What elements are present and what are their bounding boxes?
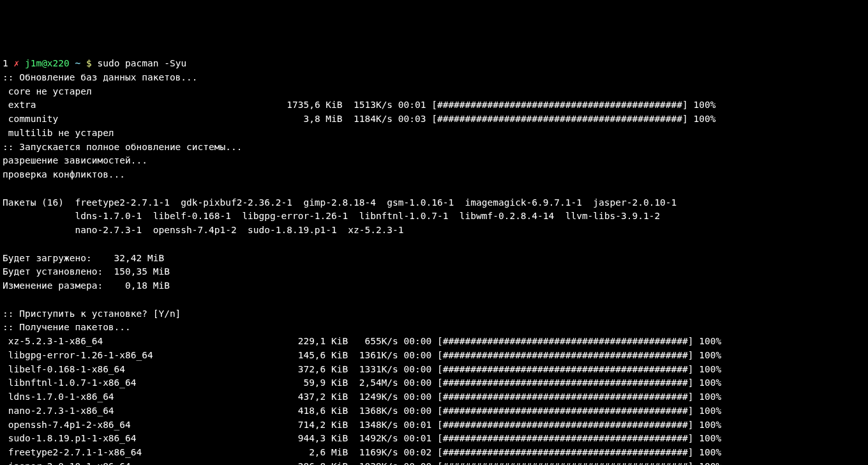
retrieving-msg: :: Получение пакетов... — [3, 322, 131, 332]
line-extra: extra 1735,6 KiB 1513K/s 00:01 [########… — [3, 98, 865, 112]
conflicts-msg: проверка конфликтов... — [3, 169, 125, 179]
download-name: jasper-2.0.10-1-x86_64 — [3, 461, 131, 465]
download-progress: 286,8 KiB 1039K/s 00:00 [###############… — [131, 461, 721, 465]
status-x-icon: ✗ — [13, 58, 24, 68]
download-progress: 2,6 MiB 1169K/s 00:02 [#################… — [142, 447, 721, 457]
packages-line-2: ldns-1.7.0-1 libelf-0.168-1 libgpg-error… — [3, 211, 660, 221]
download-row: freetype2-2.7.1-1-x86_64 2,6 MiB 1169K/s… — [3, 446, 865, 460]
user-host: j1m@x220 — [25, 58, 75, 68]
download-name: libelf-0.168-1-x86_64 — [3, 364, 125, 374]
cwd: ~ — [75, 58, 86, 68]
packages-1: Пакеты (16) freetype2-2.7.1-1 gdk-pixbuf… — [3, 196, 865, 210]
line-core: core не устарел — [3, 85, 865, 99]
db-update-msg: :: Обновление баз данных пакетов... — [3, 72, 198, 82]
line-retrieving: :: Получение пакетов... — [3, 321, 865, 335]
line-full-upgrade: :: Запускается полное обновление системы… — [3, 141, 865, 155]
download-row: libgpg-error-1.26-1-x86_64 145,6 KiB 136… — [3, 349, 865, 363]
command-text[interactable]: sudo pacman -Syu — [97, 58, 186, 68]
proceed-prompt[interactable]: :: Приступить к установке? [Y/n] — [3, 309, 186, 319]
extra-name: extra — [3, 100, 36, 110]
download-name: xz-5.2.3-1-x86_64 — [3, 336, 103, 346]
download-progress: 437,2 KiB 1249K/s 00:00 [###############… — [114, 392, 722, 402]
download-name: openssh-7.4p1-2-x86_64 — [3, 420, 131, 430]
blank — [3, 294, 8, 305]
line-download-size: Будет загружено: 32,42 MiB — [3, 252, 865, 266]
download-progress: 418,6 KiB 1368K/s 00:00 [###############… — [114, 406, 722, 416]
blank-line — [3, 182, 865, 196]
download-row: ldns-1.7.0-1-x86_64 437,2 KiB 1249K/s 00… — [3, 390, 865, 404]
community-progress: 3,8 MiB 1184K/s 00:03 [#################… — [58, 114, 715, 124]
download-row: xz-5.2.3-1-x86_64 229,1 KiB 655K/s 00:00… — [3, 335, 865, 349]
full-upgrade-msg: :: Запускается полное обновление системы… — [3, 142, 242, 152]
download-row: openssh-7.4p1-2-x86_64 714,2 KiB 1348K/s… — [3, 418, 865, 432]
download-size: Будет загружено: 32,42 MiB — [3, 253, 164, 263]
download-name: sudo-1.8.19.p1-1-x86_64 — [3, 433, 137, 443]
line-db-update: :: Обновление баз данных пакетов... — [3, 71, 865, 85]
core-msg: core не устарел — [3, 86, 92, 96]
community-name: community — [3, 114, 58, 124]
download-name: freetype2-2.7.1-1-x86_64 — [3, 447, 142, 457]
line-conflicts: проверка конфликтов... — [3, 168, 865, 182]
download-name: libnftnl-1.0.7-1-x86_64 — [3, 377, 137, 388]
download-name: ldns-1.7.0-1-x86_64 — [3, 392, 114, 402]
download-row: sudo-1.8.19.p1-1-x86_64 944,3 KiB 1492K/… — [3, 432, 865, 446]
line-multilib: multilib не устарел — [3, 126, 865, 141]
packages-line-1: Пакеты (16) freetype2-2.7.1-1 gdk-pixbuf… — [3, 197, 677, 208]
download-row: jasper-2.0.10-1-x86_64 286,8 KiB 1039K/s… — [3, 460, 865, 465]
download-progress: 145,6 KiB 1361K/s 00:00 [###############… — [153, 350, 721, 360]
download-progress: 944,3 KiB 1492K/s 00:01 [###############… — [137, 433, 722, 443]
download-name: nano-2.7.3-1-x86_64 — [3, 406, 114, 416]
line-netchange-size: Изменение размера: 0,18 MiB — [3, 279, 865, 293]
blank-line-2 — [3, 238, 865, 252]
download-progress: 372,6 KiB 1331K/s 00:00 [###############… — [125, 364, 721, 374]
blank — [3, 183, 8, 194]
netchange-size: Изменение размера: 0,18 MiB — [3, 280, 170, 291]
blank-line-3 — [3, 293, 865, 307]
prompt-symbol: $ — [86, 58, 97, 68]
installed-size: Будет установлено: 150,35 MiB — [3, 266, 170, 277]
extra-progress: 1735,6 KiB 1513K/s 00:01 [##############… — [36, 100, 715, 110]
line-community: community 3,8 MiB 1184K/s 00:03 [#######… — [3, 112, 865, 126]
download-progress: 229,1 KiB 655K/s 00:00 [################… — [103, 336, 721, 346]
download-row: nano-2.7.3-1-x86_64 418,6 KiB 1368K/s 00… — [3, 404, 865, 418]
blank — [3, 239, 8, 249]
download-row: libnftnl-1.0.7-1-x86_64 59,9 KiB 2,54M/s… — [3, 376, 865, 390]
packages-3: nano-2.7.3-1 openssh-7.4p1-2 sudo-1.8.19… — [3, 224, 865, 238]
line-installed-size: Будет установлено: 150,35 MiB — [3, 265, 865, 279]
packages-2: ldns-1.7.0-1 libelf-0.168-1 libgpg-error… — [3, 210, 865, 224]
multilib-msg: multilib не устарел — [3, 128, 114, 138]
terminal-output[interactable]: 1 ✗ j1m@x220 ~ $ sudo pacman -Syu:: Обно… — [3, 57, 865, 465]
packages-line-3: nano-2.7.3-1 openssh-7.4p1-2 sudo-1.8.19… — [3, 225, 404, 235]
download-progress: 59,9 KiB 2,54M/s 00:00 [################… — [137, 377, 722, 388]
download-row: libelf-0.168-1-x86_64 372,6 KiB 1331K/s … — [3, 363, 865, 377]
download-progress: 714,2 KiB 1348K/s 00:01 [###############… — [131, 420, 721, 430]
line-resolving: разрешение зависимостей... — [3, 154, 865, 168]
download-name: libgpg-error-1.26-1-x86_64 — [3, 350, 153, 360]
resolving-msg: разрешение зависимостей... — [3, 155, 147, 165]
tab-number: 1 — [3, 58, 13, 68]
line-proceed: :: Приступить к установке? [Y/n] — [3, 307, 865, 321]
prompt-line: 1 ✗ j1m@x220 ~ $ sudo pacman -Syu — [3, 57, 865, 71]
